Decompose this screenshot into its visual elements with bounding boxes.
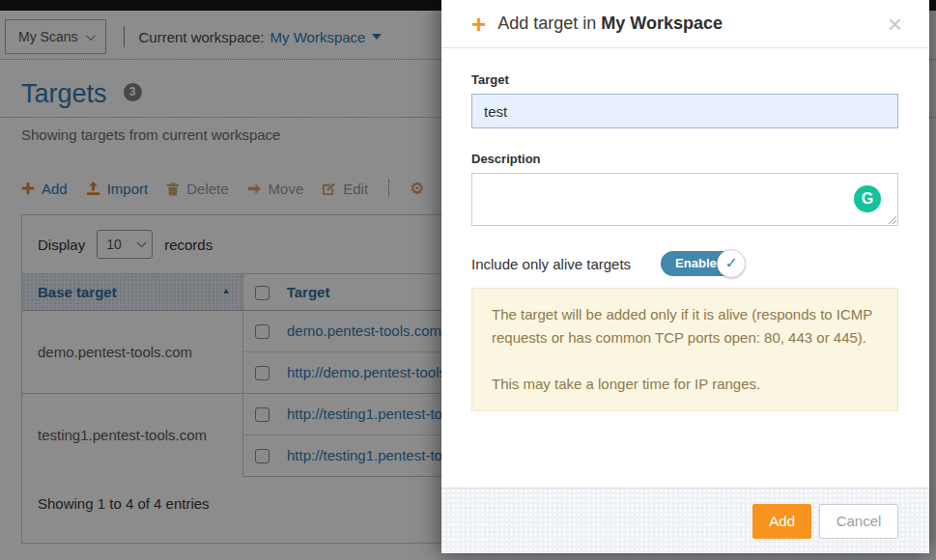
alive-targets-label: Include only alive targets [471,256,631,272]
description-field: G [471,173,898,226]
warning-text: The target will be added only if it is a… [492,303,878,350]
grammarly-icon[interactable]: G [854,185,881,212]
alive-targets-row: Include only alive targets Enabled ✓ [471,251,898,276]
close-icon[interactable]: × [888,14,902,35]
add-target-modal: + Add target inMy Workspace × Target Des… [441,0,929,553]
screen: My Scans Current workspace: My Workspace… [0,0,936,560]
target-input[interactable] [471,94,898,128]
modal-title-prefix: Add target in [497,14,596,33]
description-label: Description [471,152,898,166]
alive-warning-box: The target will be added only if it is a… [471,288,898,411]
modal-title: Add target inMy Workspace [497,14,723,34]
alive-toggle[interactable]: Enabled ✓ [661,251,748,276]
modal-body: Target Description G Include only alive … [441,48,929,411]
plus-icon: + [471,12,486,37]
description-textarea[interactable] [471,173,898,226]
modal-header: + Add target inMy Workspace × [441,0,929,48]
cancel-button[interactable]: Cancel [819,504,898,539]
modal-title-workspace: My Workspace [601,14,723,33]
modal-footer: Add Cancel [441,488,929,553]
check-icon: ✓ [724,255,737,271]
add-submit-button[interactable]: Add [752,504,811,539]
target-label: Target [471,72,898,87]
warning-text: This may take a longer time for IP range… [492,373,878,396]
toggle-knob: ✓ [717,249,746,278]
